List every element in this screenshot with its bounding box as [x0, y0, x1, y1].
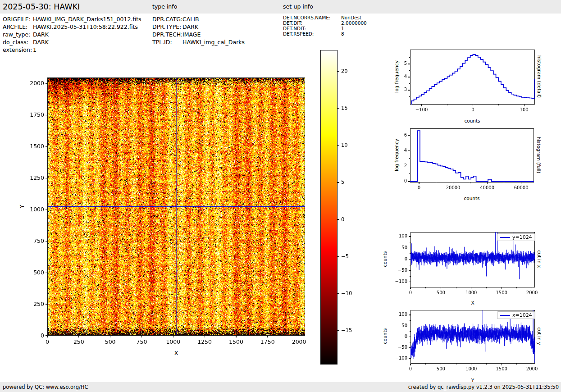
x-tick-label: 100	[508, 107, 540, 112]
y-axis-minor-tick	[410, 331, 410, 332]
histogram-detail-canvas	[410, 50, 535, 105]
y-axis-tick	[409, 315, 410, 315]
x-axis-tick	[502, 287, 502, 289]
x-tick-label: 250	[63, 338, 95, 345]
y-tick-label: 0	[380, 334, 407, 339]
x-tick-label: 1750	[252, 338, 283, 345]
y-axis-tick	[46, 115, 47, 115]
info-value: 2.0000000	[341, 20, 367, 26]
y-axis-tick	[46, 273, 47, 273]
y-axis-tick	[409, 337, 410, 337]
histogram-detail-x-label: counts	[459, 118, 486, 123]
legend-line-sample	[500, 237, 510, 238]
info-value: HAWKI.2025-05-31T10:58:22.922.fits	[33, 23, 138, 31]
x-axis-tick	[173, 336, 173, 337]
x-tick-label: 0	[403, 185, 435, 190]
y-axis-minor-tick	[410, 265, 410, 265]
main-x-axis-label: X	[163, 350, 190, 356]
x-axis-tick	[502, 364, 502, 365]
x-axis-tick	[453, 182, 453, 184]
x-axis-tick	[47, 336, 47, 337]
info-value: 1	[341, 26, 344, 31]
x-axis-minor-tick	[436, 182, 436, 183]
setup-info-block: DET.NCORRS.NAME:NonDestDET.DIT:2.0000000…	[283, 15, 367, 36]
info-label: DET.DIT:	[283, 20, 341, 26]
x-axis-minor-tick	[516, 364, 517, 365]
x-tick-label: 2000	[283, 338, 315, 345]
x-tick-label: 0	[395, 290, 426, 295]
y-tick-label: 250	[17, 301, 44, 307]
info-row: DET.NDIT:1	[283, 26, 367, 31]
x-tick-label: 0	[32, 338, 63, 345]
legend-label: x=1024	[512, 312, 532, 318]
y-axis-tick	[409, 236, 410, 237]
colorbar-tick-label: 5	[341, 179, 344, 185]
footer-powered-by: powered by QC: www.eso.org/HC	[3, 382, 88, 392]
x-tick-label: 2000	[516, 366, 548, 371]
y-tick-label: 2	[380, 163, 407, 168]
y-tick-label: 1250	[17, 174, 44, 181]
info-label: ORIGFILE:	[3, 15, 33, 23]
x-tick-label: 40000	[471, 185, 503, 190]
y-axis-tick	[408, 90, 410, 90]
x-tick-label: 1250	[189, 338, 220, 345]
cut-in-x-right-label: cut in x	[537, 232, 542, 286]
info-value: DARK	[182, 23, 198, 31]
x-axis-tick	[421, 105, 422, 106]
x-axis-tick	[471, 287, 471, 289]
colorbar-tick-label: −10	[341, 290, 352, 296]
colorbar-tick-label: 20	[341, 68, 348, 74]
info-row: ORIGFILE:HAWKI_IMG_DARK_Darks151_0012.fi…	[3, 15, 141, 23]
x-tick-label: −100	[406, 107, 438, 112]
x-tick-label: 1500	[220, 338, 252, 345]
cut-in-x-x-label: X	[459, 300, 486, 305]
type-info-heading: type info	[152, 0, 177, 14]
x-axis-minor-tick	[470, 182, 470, 183]
info-row: DPR.TECH:IMAGE	[152, 31, 245, 38]
x-axis-tick	[141, 336, 142, 337]
x-tick-label: 1500	[486, 366, 517, 371]
info-row: DET.RSPEED:8	[283, 31, 367, 36]
x-axis-tick	[441, 364, 441, 365]
colorbar-tick	[338, 330, 339, 331]
x-axis-minor-tick	[456, 364, 456, 365]
y-axis-tick	[408, 77, 410, 77]
y-axis-tick	[408, 166, 410, 166]
x-axis-tick	[410, 287, 410, 289]
info-value: 8	[341, 31, 344, 36]
y-tick-label: 0	[17, 332, 44, 339]
y-axis-tick	[408, 64, 410, 64]
x-axis-tick	[110, 336, 110, 337]
info-value: 1	[33, 46, 36, 54]
y-tick-label: 1000	[17, 206, 44, 213]
info-value: DARK	[33, 38, 49, 46]
info-label: DPR.CATG:	[152, 15, 182, 23]
colorbar-tick	[338, 182, 339, 182]
histogram-full-y-label: log frequency	[394, 132, 399, 178]
y-axis-minor-tick	[410, 253, 410, 254]
info-value: HAWKI_IMG_DARK_Darks151_0012.fits	[33, 15, 141, 23]
y-tick-label: 4	[380, 74, 407, 79]
y-axis-tick	[409, 358, 410, 359]
y-axis-tick	[46, 210, 47, 210]
colorbar-tick	[338, 293, 339, 294]
x-tick-label: 0	[457, 107, 488, 112]
info-value: DARK	[33, 31, 49, 38]
histogram-full-canvas	[410, 128, 534, 182]
y-axis-tick	[46, 83, 47, 84]
colorbar-tick	[338, 145, 339, 146]
y-axis-minor-tick	[410, 242, 410, 242]
info-row: raw_type:DARK	[3, 31, 141, 38]
x-axis-minor-tick	[425, 364, 426, 365]
x-tick-label: 1500	[486, 290, 517, 295]
y-axis-tick	[408, 181, 410, 182]
cut-in-y-right-label: cut in y	[537, 309, 542, 363]
info-label: TPL.ID:	[152, 38, 182, 46]
y-axis-minor-tick	[410, 342, 410, 342]
y-axis-tick	[409, 326, 410, 326]
y-tick-label: 3	[380, 87, 407, 92]
y-tick-label: 100	[380, 312, 407, 317]
info-row: DPR.TYPE:DARK	[152, 23, 245, 31]
y-tick-label: 1500	[17, 143, 44, 150]
y-tick-label: 100	[380, 233, 407, 238]
